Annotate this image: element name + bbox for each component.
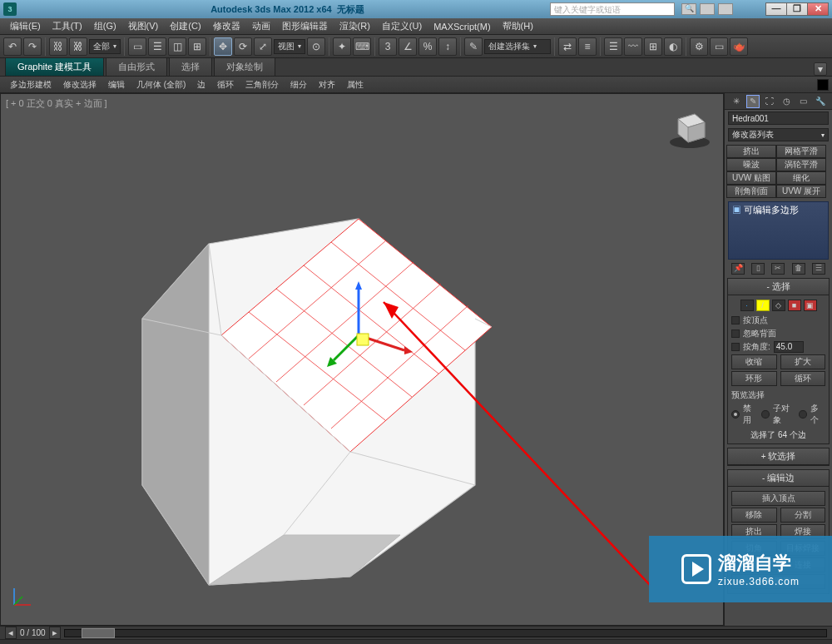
select-button[interactable]: ▭ bbox=[128, 37, 146, 56]
ribbon-tri[interactable]: 三角剖分 bbox=[240, 77, 284, 92]
menu-animation[interactable]: 动画 bbox=[247, 18, 275, 34]
ribbon-modify-sel[interactable]: 修改选择 bbox=[58, 77, 102, 92]
subobj-edge-icon[interactable]: / bbox=[756, 300, 770, 311]
mod-bevel-profile[interactable]: 剖角剖面 bbox=[726, 185, 776, 198]
hierarchy-tab-icon[interactable]: ⛶ bbox=[763, 95, 776, 108]
create-tab-icon[interactable]: ✳ bbox=[730, 95, 743, 108]
mod-uvwmap[interactable]: UVW 贴图 bbox=[726, 171, 776, 185]
filter-combo[interactable]: 全部 bbox=[89, 39, 121, 54]
menu-customize[interactable]: 自定义(U) bbox=[377, 18, 427, 34]
undo-button[interactable]: ↶ bbox=[3, 37, 22, 56]
mod-meshsmooth[interactable]: 网格平滑 bbox=[776, 145, 826, 158]
ribbon-geom[interactable]: 几何体 (全部) bbox=[131, 77, 191, 92]
menu-maxscript[interactable]: MAXScript(M) bbox=[428, 20, 495, 33]
ribbon-edit[interactable]: 编辑 bbox=[103, 77, 130, 92]
subobj-poly-icon[interactable]: ■ bbox=[788, 300, 801, 311]
manip-button[interactable]: ✦ bbox=[333, 37, 351, 56]
grow-button[interactable]: 扩大 bbox=[780, 354, 826, 369]
show-end-icon[interactable]: ▯ bbox=[751, 263, 765, 275]
move-button[interactable]: ✥ bbox=[214, 37, 232, 56]
ribbon-tab-paint[interactable]: 对象绘制 bbox=[214, 57, 275, 76]
menu-modifiers[interactable]: 修改器 bbox=[208, 18, 245, 34]
ribbon-tab-selection[interactable]: 选择 bbox=[169, 57, 212, 76]
subobj-border-icon[interactable]: ◇ bbox=[772, 300, 785, 311]
schematic-button[interactable]: ⊞ bbox=[644, 37, 662, 56]
menu-tools[interactable]: 工具(T) bbox=[47, 18, 87, 34]
rollout-edit-edges-header[interactable]: - 编辑边 bbox=[728, 470, 829, 487]
select-region-button[interactable]: ◫ bbox=[168, 37, 186, 56]
spinner-snap-button[interactable]: ↕ bbox=[438, 37, 457, 56]
close-button[interactable]: ✕ bbox=[807, 2, 829, 16]
render-button[interactable]: 🫖 bbox=[730, 37, 748, 56]
ribbon-subdiv[interactable]: 细分 bbox=[285, 77, 312, 92]
unlink-button[interactable]: ⛓̸ bbox=[69, 37, 87, 56]
snap-button[interactable]: 3 bbox=[379, 37, 397, 56]
track-bar[interactable] bbox=[0, 639, 832, 644]
rotate-button[interactable]: ⟳ bbox=[234, 37, 252, 56]
ribbon-edges[interactable]: 边 bbox=[192, 77, 210, 92]
mod-noise[interactable]: 噪波 bbox=[726, 158, 776, 171]
search-go-icon[interactable]: 🔍 bbox=[681, 3, 696, 15]
maximize-button[interactable]: ❐ bbox=[786, 2, 808, 16]
render-setup-button[interactable]: ⚙ bbox=[690, 37, 708, 56]
mod-turbosmooth[interactable]: 涡轮平滑 bbox=[776, 158, 826, 171]
shrink-button[interactable]: 收缩 bbox=[731, 354, 777, 369]
preview-subobj-radio[interactable] bbox=[761, 410, 769, 419]
menu-grapheditors[interactable]: 图形编辑器 bbox=[277, 18, 333, 34]
ribbon-align[interactable]: 对齐 bbox=[314, 77, 340, 92]
ribbon-poly-model[interactable]: 多边形建模 bbox=[5, 77, 57, 92]
angle-spinner[interactable]: 45.0 bbox=[774, 341, 804, 353]
ribbon-min-button[interactable]: ▾ bbox=[814, 62, 827, 76]
hedra-object[interactable] bbox=[42, 169, 542, 602]
remove-button[interactable]: 移除 bbox=[731, 508, 777, 523]
named-sel-combo[interactable]: 创建选择集 bbox=[484, 39, 551, 54]
object-name-field[interactable]: Hedra001 bbox=[728, 111, 829, 125]
preview-multi-radio[interactable] bbox=[799, 410, 806, 419]
keymode-button[interactable]: ⌨ bbox=[353, 37, 371, 56]
utilities-tab-icon[interactable]: 🔧 bbox=[814, 95, 827, 108]
scale-button[interactable]: ⤢ bbox=[254, 37, 272, 56]
mod-extrude[interactable]: 挤出 bbox=[726, 145, 776, 158]
pivot-button[interactable]: ⊙ bbox=[307, 37, 325, 56]
comm-center-icon[interactable]: ☆ bbox=[700, 3, 715, 15]
menu-view[interactable]: 视图(V) bbox=[123, 18, 164, 34]
help-icon[interactable]: ? bbox=[718, 3, 733, 15]
ribbon-props[interactable]: 属性 bbox=[342, 77, 369, 92]
viewcube[interactable] bbox=[665, 102, 715, 152]
ribbon-tab-graphite[interactable]: Graphite 建模工具 bbox=[5, 57, 104, 76]
split-button[interactable]: 分割 bbox=[780, 508, 826, 523]
rollout-soft-sel-header[interactable]: + 软选择 bbox=[728, 448, 829, 465]
display-tab-icon[interactable]: ▭ bbox=[797, 95, 810, 108]
render-frame-button[interactable]: ▭ bbox=[710, 37, 728, 56]
mod-uvw-unwrap[interactable]: UVW 展开 bbox=[776, 185, 826, 198]
app-icon[interactable]: 3 bbox=[3, 2, 17, 16]
refcoord-combo[interactable]: 视图 bbox=[274, 39, 305, 54]
unique-icon[interactable]: ✂ bbox=[771, 263, 785, 275]
prev-key-button[interactable]: ◂ bbox=[5, 627, 17, 639]
motion-tab-icon[interactable]: ◷ bbox=[780, 95, 794, 108]
insert-vertex-button[interactable]: 插入顶点 bbox=[731, 491, 825, 506]
angle-snap-button[interactable]: ∠ bbox=[399, 37, 417, 56]
ribbon-loops[interactable]: 循环 bbox=[212, 77, 239, 92]
menu-create[interactable]: 创建(C) bbox=[165, 18, 206, 34]
subobj-vertex-icon[interactable]: · bbox=[740, 300, 754, 311]
percent-snap-button[interactable]: % bbox=[418, 37, 437, 56]
pin-stack-icon[interactable]: 📌 bbox=[731, 263, 745, 275]
ribbon-tab-freeform[interactable]: 自由形式 bbox=[106, 57, 167, 76]
material-editor-button[interactable]: ◐ bbox=[664, 37, 682, 56]
menu-render[interactable]: 渲染(R) bbox=[334, 18, 375, 34]
menu-help[interactable]: 帮助(H) bbox=[498, 18, 538, 34]
next-key-button[interactable]: ▸ bbox=[49, 627, 61, 639]
loop-button[interactable]: 循环 bbox=[780, 371, 826, 386]
named-sel-edit-button[interactable]: ✎ bbox=[464, 37, 483, 56]
by-angle-checkbox[interactable] bbox=[731, 343, 740, 351]
viewport-label[interactable]: [ + 0 正交 0 真实 + 边面 ] bbox=[6, 97, 107, 110]
modify-tab-icon[interactable]: ✎ bbox=[746, 95, 760, 108]
redo-button[interactable]: ↷ bbox=[23, 37, 42, 56]
select-name-button[interactable]: ☰ bbox=[148, 37, 166, 56]
by-vertex-checkbox[interactable] bbox=[731, 316, 740, 324]
layers-button[interactable]: ☰ bbox=[604, 37, 622, 56]
modifier-list-combo[interactable]: 修改器列表 bbox=[728, 128, 829, 141]
config-stack-icon[interactable]: ☰ bbox=[812, 263, 825, 275]
help-search-input[interactable]: 键入关键字或短语 bbox=[550, 2, 675, 16]
